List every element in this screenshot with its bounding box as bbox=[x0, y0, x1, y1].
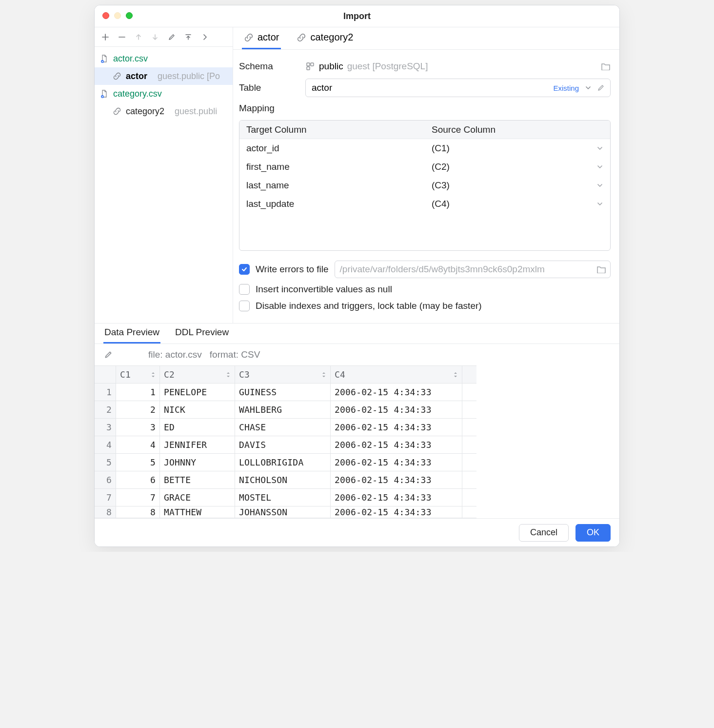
table-row[interactable]: 33EDCHASE2006-02-15 4:34:33 bbox=[95, 419, 476, 436]
cell-c1[interactable]: 1 bbox=[116, 384, 160, 401]
cell-c4[interactable]: 2006-02-15 4:34:33 bbox=[331, 401, 462, 418]
chevron-down-icon[interactable] bbox=[596, 182, 603, 189]
cell-c3[interactable]: NICHOLSON bbox=[235, 471, 331, 488]
cell-c2[interactable]: GRACE bbox=[160, 489, 235, 506]
cell-c4[interactable]: 2006-02-15 4:34:33 bbox=[331, 436, 462, 453]
source-tree: actor.csv actor guest.public [Po categor… bbox=[95, 47, 233, 123]
cell-c2[interactable]: MATTHEW bbox=[160, 506, 235, 518]
disable-indexes-checkbox[interactable] bbox=[239, 301, 250, 311]
chevron-down-icon[interactable] bbox=[596, 145, 603, 152]
cell-c4[interactable]: 2006-02-15 4:34:33 bbox=[331, 489, 462, 506]
sort-icon[interactable] bbox=[226, 372, 231, 378]
cell-c2[interactable]: BETTE bbox=[160, 471, 235, 488]
row-index: 8 bbox=[95, 506, 116, 518]
table-row[interactable]: 66BETTENICHOLSON2006-02-15 4:34:33 bbox=[95, 471, 476, 489]
tree-target-category2[interactable]: category2 guest.publi bbox=[95, 102, 233, 120]
cell-c3[interactable]: DAVIS bbox=[235, 436, 331, 453]
preview-tabs: Data Preview DDL Preview bbox=[95, 324, 619, 344]
cell-c4[interactable]: 2006-02-15 4:34:33 bbox=[331, 471, 462, 488]
cell-c1[interactable]: 4 bbox=[116, 436, 160, 453]
tree-file-actor[interactable]: actor.csv bbox=[95, 50, 233, 67]
cell-c2[interactable]: PENELOPE bbox=[160, 384, 235, 401]
cell-c2[interactable]: JENNIFER bbox=[160, 436, 235, 453]
data-grid[interactable]: C1 C2 C3 C4 11PENELOPEGUINESS2006-02-15 … bbox=[95, 365, 476, 518]
chevron-down-icon[interactable] bbox=[596, 201, 603, 207]
browse-schema-button[interactable] bbox=[601, 62, 611, 70]
tree-target-actor[interactable]: actor guest.public [Po bbox=[95, 67, 233, 85]
cell-c1[interactable]: 5 bbox=[116, 454, 160, 471]
mapping-row[interactable]: actor_id (C1) bbox=[239, 139, 610, 158]
table-row[interactable]: 55JOHNNYLOLLOBRIGIDA2006-02-15 4:34:33 bbox=[95, 454, 476, 471]
cancel-button[interactable]: Cancel bbox=[519, 524, 569, 542]
tab-category2[interactable]: category2 bbox=[295, 27, 355, 49]
mapping-header-target[interactable]: Target Column bbox=[239, 124, 425, 135]
cell-c3[interactable]: CHASE bbox=[235, 419, 331, 436]
cell-c4[interactable]: 2006-02-15 4:34:33 bbox=[331, 454, 462, 471]
mapping-row[interactable]: last_name (C3) bbox=[239, 176, 610, 195]
sidebar-toolbar bbox=[95, 27, 233, 47]
zoom-window-icon[interactable] bbox=[126, 12, 133, 19]
edit-button[interactable] bbox=[165, 30, 178, 44]
next-button[interactable] bbox=[198, 30, 212, 44]
sort-icon[interactable] bbox=[151, 372, 156, 378]
move-up-button[interactable] bbox=[132, 30, 145, 44]
mapping-source[interactable]: (C1) bbox=[425, 143, 610, 154]
close-window-icon[interactable] bbox=[102, 12, 109, 19]
cell-c4[interactable]: 2006-02-15 4:34:33 bbox=[331, 384, 462, 401]
grid-header-c3[interactable]: C3 bbox=[235, 366, 331, 383]
tab-ddl-preview[interactable]: DDL Preview bbox=[174, 323, 230, 344]
browse-error-file-button[interactable] bbox=[596, 265, 606, 273]
cell-c3[interactable]: WAHLBERG bbox=[235, 401, 331, 418]
write-errors-checkbox[interactable] bbox=[239, 264, 250, 275]
cell-c4[interactable]: 2006-02-15 4:34:33 bbox=[331, 506, 462, 518]
mapping-label: Mapping bbox=[239, 99, 611, 120]
minimize-window-icon[interactable] bbox=[114, 12, 121, 19]
tab-data-preview[interactable]: Data Preview bbox=[103, 323, 160, 344]
export-up-button[interactable] bbox=[181, 30, 195, 44]
table-dropdown-button[interactable] bbox=[582, 81, 595, 94]
tab-actor[interactable]: actor bbox=[242, 27, 281, 49]
sort-icon[interactable] bbox=[321, 372, 326, 378]
table-edit-button[interactable] bbox=[595, 81, 607, 94]
table-row: Table Existing bbox=[239, 77, 611, 99]
table-row[interactable]: 44JENNIFERDAVIS2006-02-15 4:34:33 bbox=[95, 436, 476, 454]
cell-c3[interactable]: JOHANSSON bbox=[235, 506, 331, 518]
cell-c1[interactable]: 3 bbox=[116, 419, 160, 436]
cell-c2[interactable]: ED bbox=[160, 419, 235, 436]
table-row[interactable]: 77GRACEMOSTEL2006-02-15 4:34:33 bbox=[95, 489, 476, 506]
ok-button[interactable]: OK bbox=[575, 524, 611, 542]
cell-c1[interactable]: 8 bbox=[116, 506, 160, 518]
table-row[interactable]: 88MATTHEWJOHANSSON2006-02-15 4:34:33 bbox=[95, 506, 476, 518]
error-file-path[interactable]: /private/var/folders/d5/w8ytbjts3mn9ck6s… bbox=[335, 261, 611, 278]
mapping-row[interactable]: first_name (C2) bbox=[239, 158, 610, 176]
cell-c1[interactable]: 2 bbox=[116, 401, 160, 418]
chevron-down-icon[interactable] bbox=[596, 163, 603, 170]
cell-c2[interactable]: JOHNNY bbox=[160, 454, 235, 471]
remove-button[interactable] bbox=[115, 30, 129, 44]
mapping-source[interactable]: (C4) bbox=[425, 199, 610, 209]
table-input[interactable] bbox=[311, 82, 550, 94]
move-down-button[interactable] bbox=[148, 30, 162, 44]
add-button[interactable] bbox=[99, 30, 112, 44]
mapping-header-source[interactable]: Source Column bbox=[432, 124, 496, 135]
cell-c3[interactable]: MOSTEL bbox=[235, 489, 331, 506]
mapping-row[interactable]: last_update (C4) bbox=[239, 195, 610, 213]
table-row[interactable]: 22NICKWAHLBERG2006-02-15 4:34:33 bbox=[95, 401, 476, 419]
edit-preview-button[interactable] bbox=[103, 350, 113, 360]
cell-c3[interactable]: LOLLOBRIGIDA bbox=[235, 454, 331, 471]
grid-header-c2[interactable]: C2 bbox=[160, 366, 235, 383]
cell-c1[interactable]: 6 bbox=[116, 471, 160, 488]
mapping-source[interactable]: (C2) bbox=[425, 162, 610, 172]
grid-header-c1[interactable]: C1 bbox=[116, 366, 160, 383]
tree-file-category[interactable]: category.csv bbox=[95, 85, 233, 102]
grid-corner bbox=[95, 366, 116, 383]
mapping-source[interactable]: (C3) bbox=[425, 180, 610, 191]
cell-c2[interactable]: NICK bbox=[160, 401, 235, 418]
grid-header-c4[interactable]: C4 bbox=[331, 366, 462, 383]
cell-c4[interactable]: 2006-02-15 4:34:33 bbox=[331, 419, 462, 436]
sort-icon[interactable] bbox=[453, 372, 458, 378]
table-row[interactable]: 11PENELOPEGUINESS2006-02-15 4:34:33 bbox=[95, 384, 476, 401]
cell-c3[interactable]: GUINESS bbox=[235, 384, 331, 401]
insert-null-checkbox[interactable] bbox=[239, 284, 250, 295]
cell-c1[interactable]: 7 bbox=[116, 489, 160, 506]
